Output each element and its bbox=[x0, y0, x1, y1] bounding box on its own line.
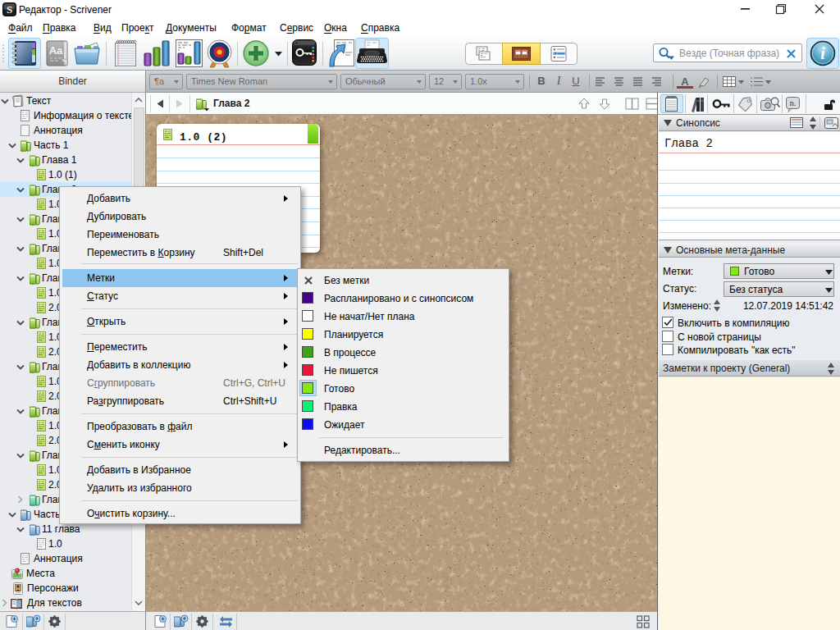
svg-text:Aa: Aa bbox=[49, 44, 63, 57]
svg-text:n.: n. bbox=[790, 98, 797, 107]
svg-text:i: i bbox=[820, 44, 825, 62]
svg-text:S: S bbox=[7, 3, 12, 16]
